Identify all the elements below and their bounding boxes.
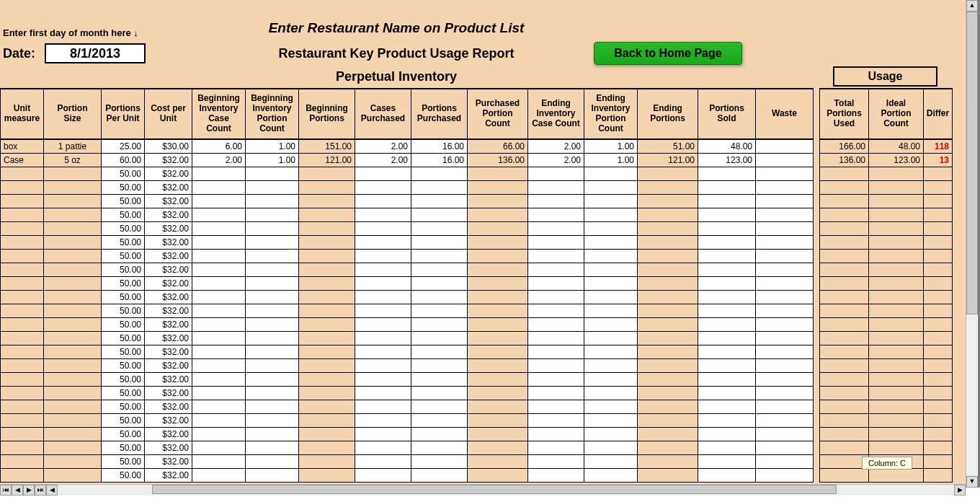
cell-end_inv_case[interactable]	[528, 454, 584, 468]
cell-purchased_portion_count[interactable]	[468, 400, 528, 413]
cell-ideal_portion_count[interactable]	[869, 400, 924, 413]
cell-portions_per_unit[interactable]: 50.00	[102, 427, 145, 441]
cell-gap[interactable]	[814, 441, 820, 454]
cell-total_portions_used[interactable]	[820, 167, 869, 180]
cell-end_inv_portion[interactable]	[584, 454, 638, 468]
cell-beg_inv_case[interactable]	[192, 454, 246, 468]
cell-unit_measure[interactable]	[1, 441, 44, 454]
cell-ideal_portion_count[interactable]	[869, 304, 924, 317]
cell-unit_measure[interactable]	[1, 194, 44, 208]
cell-end_portions[interactable]	[638, 263, 698, 276]
cell-end_inv_portion[interactable]	[584, 221, 638, 235]
table-row[interactable]: 50.00$32.00	[1, 221, 953, 235]
cell-portion_size[interactable]	[44, 235, 102, 249]
cell-end_inv_portion[interactable]	[584, 441, 638, 454]
cell-beg_inv_case[interactable]	[192, 386, 246, 400]
cell-portions_per_unit[interactable]: 50.00	[102, 454, 145, 468]
cell-waste[interactable]	[756, 317, 814, 331]
table-row[interactable]: 50.00$32.00	[1, 208, 953, 221]
cell-beg_portions[interactable]	[299, 249, 355, 263]
cell-portion_size[interactable]: 5 oz	[44, 153, 102, 167]
cell-waste[interactable]	[756, 358, 814, 372]
cell-end_inv_case[interactable]	[528, 358, 584, 372]
cell-portions_sold[interactable]	[698, 345, 756, 358]
cell-purchased_portion_count[interactable]	[468, 221, 528, 235]
table-row[interactable]: 50.00$32.00	[1, 263, 953, 276]
cell-difference[interactable]	[924, 386, 953, 400]
cell-unit_measure[interactable]	[1, 400, 44, 413]
cell-portions_sold[interactable]	[698, 454, 756, 468]
cell-total_portions_used[interactable]	[820, 413, 869, 427]
cell-end_portions[interactable]	[638, 276, 698, 290]
table-row[interactable]: 50.00$32.00	[1, 304, 953, 317]
cell-total_portions_used[interactable]	[820, 221, 869, 235]
cell-gap[interactable]	[814, 194, 820, 208]
cell-ideal_portion_count[interactable]	[869, 317, 924, 331]
cell-unit_measure[interactable]	[1, 317, 44, 331]
cell-difference[interactable]	[924, 317, 953, 331]
cell-portions_per_unit[interactable]: 50.00	[102, 208, 145, 221]
cell-waste[interactable]	[756, 468, 814, 482]
cell-portions_purchased[interactable]: 16.00	[411, 139, 468, 153]
cell-portion_size[interactable]	[44, 441, 102, 454]
cell-end_portions[interactable]	[638, 208, 698, 221]
cell-cases_purchased[interactable]	[355, 386, 411, 400]
cell-portions_purchased[interactable]	[411, 317, 468, 331]
cell-end_inv_case[interactable]	[528, 221, 584, 235]
cell-total_portions_used[interactable]	[820, 304, 869, 317]
cell-difference[interactable]	[924, 167, 953, 180]
cell-beg_inv_case[interactable]	[192, 208, 246, 221]
col-header-waste[interactable]: Waste	[756, 89, 814, 139]
sheet-nav-last[interactable]: ⏭	[35, 485, 46, 496]
cell-cases_purchased[interactable]	[355, 276, 411, 290]
table-row[interactable]: 50.00$32.00	[1, 413, 953, 427]
sheet-nav-first[interactable]: ⏮	[0, 485, 12, 496]
cell-portions_purchased[interactable]	[411, 468, 468, 482]
cell-total_portions_used[interactable]	[820, 331, 869, 345]
cell-portions_purchased[interactable]	[411, 263, 468, 276]
cell-beg_inv_portion[interactable]	[246, 221, 299, 235]
cell-cost_per_unit[interactable]: $32.00	[145, 290, 192, 304]
cell-end_portions[interactable]	[638, 386, 698, 400]
cell-cost_per_unit[interactable]: $32.00	[145, 468, 192, 482]
cell-waste[interactable]	[756, 194, 814, 208]
cell-gap[interactable]	[814, 153, 820, 167]
table-row[interactable]: 50.00$32.00	[1, 290, 953, 304]
cell-ideal_portion_count[interactable]	[869, 441, 924, 454]
cell-portions_sold[interactable]	[698, 427, 756, 441]
cell-ideal_portion_count[interactable]	[869, 290, 924, 304]
table-row[interactable]: 50.00$32.00	[1, 400, 953, 413]
cell-waste[interactable]	[756, 454, 814, 468]
cell-difference[interactable]	[924, 427, 953, 441]
cell-purchased_portion_count[interactable]	[468, 358, 528, 372]
cell-purchased_portion_count[interactable]	[468, 372, 528, 386]
cell-difference[interactable]	[924, 304, 953, 317]
cell-waste[interactable]	[756, 167, 814, 180]
cell-gap[interactable]	[814, 167, 820, 180]
cell-waste[interactable]	[756, 235, 814, 249]
cell-portions_per_unit[interactable]: 50.00	[102, 221, 145, 235]
cell-portion_size[interactable]	[44, 208, 102, 221]
cell-end_portions[interactable]	[638, 441, 698, 454]
table-row[interactable]: 50.00$32.00	[1, 180, 953, 194]
cell-end_inv_case[interactable]	[528, 180, 584, 194]
cell-beg_inv_case[interactable]	[192, 331, 246, 345]
cell-beg_portions[interactable]: 121.00	[299, 153, 355, 167]
cell-beg_portions[interactable]	[299, 167, 355, 180]
cell-gap[interactable]	[814, 331, 820, 345]
cell-portions_purchased[interactable]	[411, 167, 468, 180]
cell-cost_per_unit[interactable]: $32.00	[145, 208, 192, 221]
cell-unit_measure[interactable]	[1, 372, 44, 386]
table-row[interactable]: 50.00$32.00	[1, 441, 953, 454]
cell-end_portions[interactable]	[638, 180, 698, 194]
cell-end_inv_portion[interactable]	[584, 180, 638, 194]
cell-unit_measure[interactable]	[1, 249, 44, 263]
cell-beg_inv_portion[interactable]: 1.00	[246, 139, 299, 153]
col-header-total_portions_used[interactable]: TotalPortionsUsed	[820, 89, 869, 139]
cell-purchased_portion_count[interactable]	[468, 331, 528, 345]
cell-portions_sold[interactable]: 48.00	[698, 139, 756, 153]
cell-unit_measure[interactable]	[1, 386, 44, 400]
cell-cases_purchased[interactable]	[355, 167, 411, 180]
sheet-nav-prev[interactable]: ◀	[12, 485, 23, 496]
cell-gap[interactable]	[814, 413, 820, 427]
